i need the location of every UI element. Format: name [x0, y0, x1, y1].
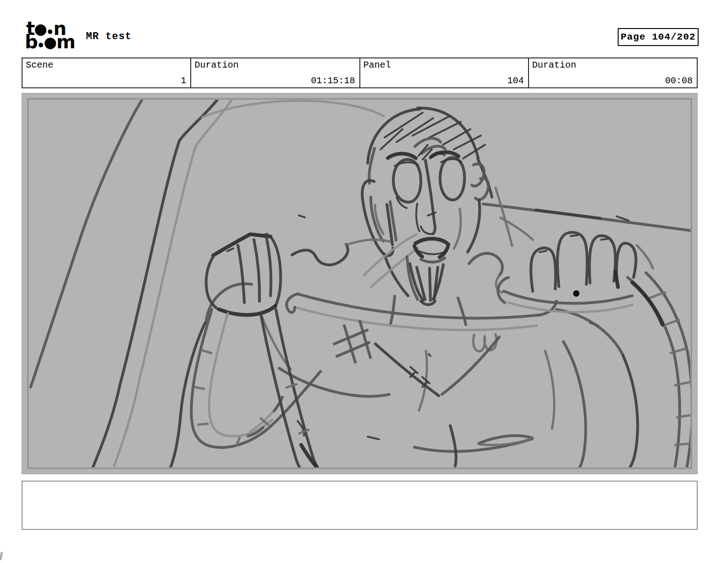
- panel-info-table: Scene 1 Duration 01:15:18 Panel 104 Dura…: [22, 57, 698, 88]
- info-value: 1: [181, 75, 186, 86]
- info-value: 104: [507, 75, 524, 86]
- info-label: Panel: [364, 60, 391, 70]
- info-label: Duration: [532, 60, 576, 70]
- info-cell-scene-duration: Duration 01:15:18: [190, 58, 359, 87]
- info-value: 01:15:18: [311, 75, 355, 86]
- info-cell-panel: Panel 104: [359, 58, 528, 87]
- panel-inner-border: [28, 99, 692, 468]
- toonboom-logo: t n b m: [26, 22, 75, 49]
- logo-dot: [45, 38, 56, 49]
- page-number-box: Page 104/202: [618, 28, 699, 46]
- logo-dot: [39, 43, 43, 47]
- logo-dot: [48, 29, 52, 34]
- info-label: Scene: [26, 60, 53, 70]
- logo-line-2: b m: [25, 35, 75, 49]
- storyboard-panel-image: [22, 93, 698, 474]
- logo-dot: [35, 24, 46, 36]
- scan-artifact: [0, 552, 3, 561]
- info-value: 00:08: [665, 75, 693, 86]
- info-cell-scene: Scene 1: [23, 58, 190, 87]
- caption-box: [22, 481, 698, 530]
- info-label: Duration: [194, 60, 239, 70]
- logo-letter: b: [25, 35, 38, 49]
- project-title: MR test: [86, 31, 131, 42]
- storyboard-sketch: [22, 93, 697, 474]
- info-cell-panel-duration: Duration 00:08: [528, 58, 697, 87]
- logo-letter: m: [57, 35, 75, 49]
